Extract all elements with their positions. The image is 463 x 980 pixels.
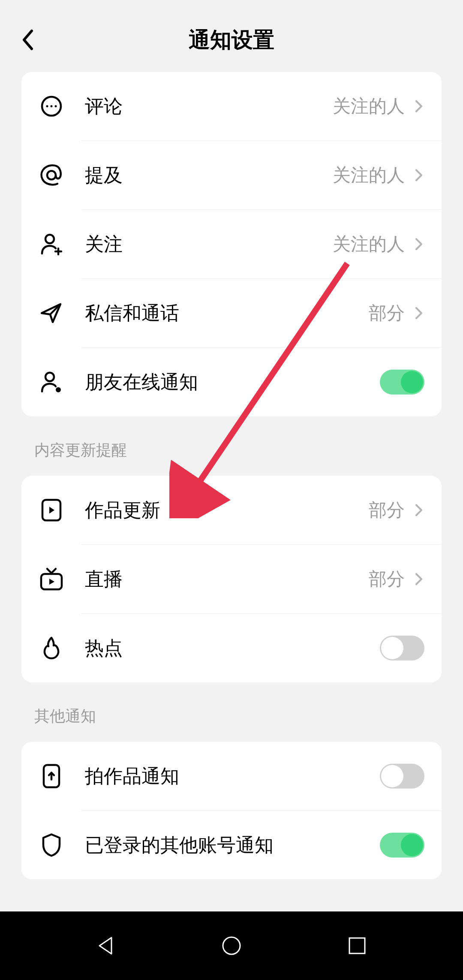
chevron-right-icon bbox=[413, 167, 424, 184]
tv-icon bbox=[39, 566, 64, 592]
row-mentions[interactable]: 提及 关注的人 bbox=[21, 141, 442, 209]
toggle-other-accounts[interactable] bbox=[380, 833, 424, 858]
row-trending[interactable]: 热点 bbox=[21, 614, 442, 682]
chevron-right-icon bbox=[413, 305, 424, 322]
svg-point-1 bbox=[46, 105, 48, 108]
android-nav-bar bbox=[0, 911, 463, 980]
flame-icon bbox=[39, 635, 64, 661]
nav-home-button[interactable] bbox=[219, 933, 244, 959]
svg-rect-13 bbox=[349, 938, 365, 953]
row-comments[interactable]: 评论 关注的人 bbox=[21, 72, 442, 140]
status-bar-area bbox=[0, 0, 463, 8]
row-value: 部分 bbox=[369, 567, 405, 591]
toggle-shoot-works[interactable] bbox=[380, 764, 424, 789]
row-label: 拍作品通知 bbox=[85, 764, 380, 789]
section-other: 拍作品通知 已登录的其他账号通知 bbox=[21, 742, 442, 879]
person-online-icon bbox=[39, 369, 64, 395]
person-add-icon bbox=[39, 231, 64, 257]
section-header-other: 其他通知 bbox=[0, 682, 463, 742]
svg-point-6 bbox=[45, 373, 54, 381]
toggle-friends-online[interactable] bbox=[380, 370, 424, 394]
nav-recent-button[interactable] bbox=[344, 933, 370, 959]
row-label: 私信和通话 bbox=[85, 301, 369, 326]
chevron-right-icon bbox=[413, 98, 424, 115]
at-icon bbox=[39, 162, 64, 188]
row-value: 关注的人 bbox=[333, 232, 405, 256]
row-livestream[interactable]: 直播 部分 bbox=[21, 545, 442, 613]
row-label: 关注 bbox=[85, 232, 333, 257]
page-title: 通知设置 bbox=[189, 26, 274, 54]
row-value: 关注的人 bbox=[333, 163, 405, 187]
toggle-trending[interactable] bbox=[380, 636, 424, 660]
svg-point-5 bbox=[45, 235, 54, 243]
row-dm-calls[interactable]: 私信和通话 部分 bbox=[21, 279, 442, 347]
section-header-content-updates: 内容更新提醒 bbox=[0, 416, 463, 476]
row-value: 部分 bbox=[369, 301, 405, 325]
shield-icon bbox=[39, 832, 64, 858]
comment-icon bbox=[39, 93, 64, 119]
svg-point-12 bbox=[223, 937, 240, 954]
row-label: 直播 bbox=[85, 567, 369, 592]
send-icon bbox=[39, 300, 64, 326]
row-other-accounts[interactable]: 已登录的其他账号通知 bbox=[21, 811, 442, 879]
row-label: 已登录的其他账号通知 bbox=[85, 833, 380, 858]
phone-upload-icon bbox=[39, 763, 64, 789]
row-works-update[interactable]: 作品更新 部分 bbox=[21, 476, 442, 544]
svg-point-4 bbox=[47, 171, 56, 179]
row-label: 提及 bbox=[85, 163, 333, 188]
row-label: 朋友在线通知 bbox=[85, 370, 380, 395]
row-value: 关注的人 bbox=[333, 94, 405, 118]
chevron-right-icon bbox=[413, 571, 424, 588]
chevron-right-icon bbox=[413, 502, 424, 519]
section-interactions: 评论 关注的人 提及 关注的人 关注 关注的人 私信和通话 部分 bbox=[21, 72, 442, 416]
nav-back-button[interactable] bbox=[93, 933, 119, 959]
svg-point-2 bbox=[51, 105, 53, 108]
row-label: 作品更新 bbox=[85, 498, 369, 523]
section-content-updates: 作品更新 部分 直播 部分 热点 bbox=[21, 476, 442, 682]
row-shoot-works[interactable]: 拍作品通知 bbox=[21, 742, 442, 810]
svg-point-7 bbox=[56, 387, 61, 392]
row-label: 评论 bbox=[85, 94, 333, 119]
row-friends-online[interactable]: 朋友在线通知 bbox=[21, 348, 442, 416]
header: 通知设置 bbox=[0, 8, 463, 72]
row-value: 部分 bbox=[369, 498, 405, 522]
svg-point-3 bbox=[55, 105, 57, 108]
video-play-icon bbox=[39, 497, 64, 523]
row-label: 热点 bbox=[85, 636, 380, 661]
back-button[interactable] bbox=[19, 27, 36, 53]
chevron-right-icon bbox=[413, 236, 424, 253]
row-follow[interactable]: 关注 关注的人 bbox=[21, 210, 442, 278]
back-icon bbox=[21, 29, 34, 51]
